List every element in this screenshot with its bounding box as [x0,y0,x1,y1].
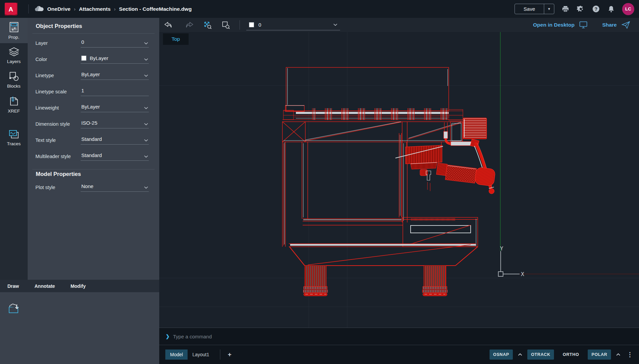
model-properties-title: Model Properties [28,171,159,177]
chevron-down-icon [144,186,148,189]
command-input[interactable] [173,334,376,339]
sidebar-item-traces[interactable]: Traces [0,126,28,150]
multileader-style-select[interactable]: Standard [81,152,149,161]
redo-button[interactable] [185,21,194,29]
avatar[interactable]: LC [622,3,634,15]
cad-drawing-coffee-machine[interactable]: X Y [159,32,639,328]
status-toggles: OSNAP OTRACK ORTHO POLAR ⋮ [490,350,634,360]
sidebar-item-label: Traces [7,141,21,146]
svg-text:X: X [521,271,524,277]
tab-model[interactable]: Model [165,350,188,360]
toggle-otrack[interactable]: OTRACK [527,350,554,360]
divider [32,33,155,34]
canvas-toolbar: 0 Open in Desktop Share [159,18,639,32]
zoom-extents-button[interactable] [203,21,212,29]
coffee-machine-geometry [282,67,496,296]
color-select[interactable]: ByLayer [81,55,149,64]
tab-modify[interactable]: Modify [71,283,86,289]
status-bar: Model Layout1 + OSNAP OTRACK ORTHO POLAR… [159,345,639,364]
overflow-menu-icon[interactable]: ⋮ [626,351,634,358]
view-cube-label[interactable]: Top [163,33,189,45]
properties-icon [9,22,19,32]
toggle-polar[interactable]: POLAR [588,350,611,360]
axis-lines [500,32,639,274]
chevron-down-icon [144,74,148,77]
traces-icon [9,130,19,139]
sidebar-item-xref[interactable]: XREF [0,92,28,117]
current-layer-select[interactable]: 0 [246,20,340,30]
text-style-select[interactable]: Standard [81,136,149,145]
color-swatch [81,56,86,61]
sidebar-item-layers[interactable]: Layers [0,43,28,67]
sidebar-item-label: Layers [7,59,21,64]
dimension-style-select[interactable]: ISO-25 [81,120,149,128]
breadcrumb-separator: › [114,6,116,12]
property-label: Linetype [35,73,81,78]
property-value: Standard [81,152,102,158]
autocad-logo-icon[interactable]: A [4,2,18,16]
settings-gear-icon[interactable] [577,5,585,13]
sidebar-item-blocks[interactable]: Blocks [0,67,28,92]
open-in-desktop-button[interactable]: Open in Desktop [533,22,575,28]
rail-spacer [0,117,28,126]
draw-tools-panel [0,292,159,364]
toggle-ortho[interactable]: ORTHO [559,350,583,360]
ribbed-block [463,118,487,139]
drawing-viewport[interactable]: Top [159,32,639,328]
zoom-window-button[interactable] [221,21,230,29]
revision-cloud-tool-button[interactable] [8,302,22,315]
property-row-lineweight: Lineweight ByLayer [28,100,159,116]
chevron-down-icon [144,107,148,109]
property-row-color: Color ByLayer [28,51,159,67]
divider [220,350,220,360]
property-row-text-style: Text style Standard [28,132,159,148]
linetype-scale-input[interactable]: 1 [81,88,149,96]
layers-icon [9,47,19,57]
add-layout-button[interactable]: + [225,351,234,358]
chevron-down-icon [144,155,148,158]
property-row-plot-style: Plot style None [28,179,159,195]
property-label: Multileader style [35,154,81,159]
property-label: Layer [35,40,81,46]
help-icon[interactable]: ? [592,5,600,13]
lineweight-select[interactable]: ByLayer [81,104,149,112]
property-value: 0 [81,39,84,45]
breadcrumb-attachments[interactable]: Attachments [79,6,111,12]
object-properties-title: Object Properties [28,23,159,29]
svg-text:?: ? [594,6,598,12]
save-button[interactable]: Save [515,4,544,14]
property-value: None [81,183,93,189]
property-value: 1 [81,88,84,93]
property-row-layer: Layer 0 [28,35,159,51]
breadcrumb: OneDrive › Attachments › Section - Coffe… [34,0,192,18]
tab-annotate[interactable]: Annotate [34,283,55,289]
notifications-bell-icon[interactable] [607,5,615,13]
share-button[interactable]: Share [602,22,617,28]
layer-select[interactable]: 0 [81,39,149,48]
boiler [395,142,443,164]
tab-draw[interactable]: Draw [7,283,19,289]
sidebar-item-properties[interactable]: Prop. [0,18,28,43]
linetype-select[interactable]: ByLayer [81,71,149,80]
save-split-button: Save ▼ [515,4,554,14]
property-label: Color [35,57,81,62]
sidebar-item-label: XREF [8,109,20,114]
undo-button[interactable] [164,21,172,29]
property-label: Plot style [35,185,81,190]
chevron-down-icon [144,123,148,125]
tab-layout1[interactable]: Layout1 [188,350,214,360]
chevron-down-icon [333,24,337,26]
breadcrumb-onedrive[interactable]: OneDrive [47,6,71,12]
properties-panel: Object Properties Layer 0 Color ByLayer … [28,18,159,280]
plot-style-select[interactable]: None [81,183,149,192]
group-head [411,162,437,191]
polar-options-chevron-icon[interactable] [616,353,620,356]
chevron-down-icon [144,42,148,44]
ribbon-tabbar: Draw Annotate Modify [0,280,159,292]
toggle-osnap[interactable]: OSNAP [490,350,513,360]
save-dropdown-button[interactable]: ▼ [544,4,554,14]
layer-value: 0 [258,22,329,28]
breadcrumb-separator: › [74,6,76,12]
print-icon[interactable] [561,5,569,13]
osnap-options-chevron-icon[interactable] [518,353,522,356]
